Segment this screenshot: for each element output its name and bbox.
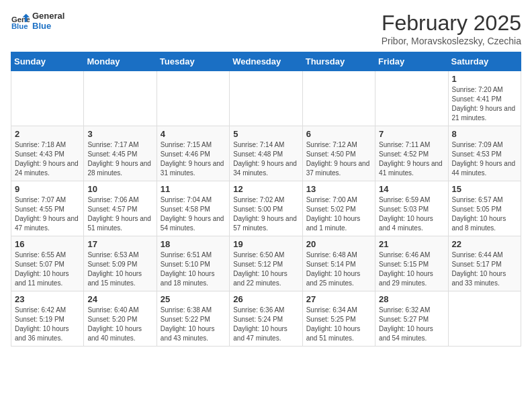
calendar-cell: 5Sunrise: 7:14 AM Sunset: 4:48 PM Daylig… xyxy=(230,126,302,181)
day-number: 19 xyxy=(233,239,298,249)
calendar-cell: 10Sunrise: 7:06 AM Sunset: 4:57 PM Dayli… xyxy=(84,181,157,236)
svg-text:Blue: Blue xyxy=(11,22,28,30)
calendar-cell: 23Sunrise: 6:42 AM Sunset: 5:19 PM Dayli… xyxy=(11,291,84,347)
day-header-tuesday: Tuesday xyxy=(157,52,229,71)
calendar-cell xyxy=(302,71,375,126)
calendar-cell: 22Sunrise: 6:44 AM Sunset: 5:17 PM Dayli… xyxy=(448,236,521,291)
day-number: 14 xyxy=(379,184,444,194)
day-info: Sunrise: 7:07 AM Sunset: 4:55 PM Dayligh… xyxy=(15,195,80,233)
calendar-cell xyxy=(157,71,229,126)
day-number: 17 xyxy=(87,239,152,249)
calendar-cell: 3Sunrise: 7:17 AM Sunset: 4:45 PM Daylig… xyxy=(84,126,157,181)
calendar-cell xyxy=(230,71,302,126)
calendar-cell: 9Sunrise: 7:07 AM Sunset: 4:55 PM Daylig… xyxy=(11,181,84,236)
calendar-cell: 26Sunrise: 6:36 AM Sunset: 5:24 PM Dayli… xyxy=(230,291,302,347)
day-number: 21 xyxy=(379,239,444,249)
calendar-header-row: SundayMondayTuesdayWednesdayThursdayFrid… xyxy=(11,52,521,71)
day-header-sunday: Sunday xyxy=(11,52,84,71)
day-info: Sunrise: 7:12 AM Sunset: 4:50 PM Dayligh… xyxy=(306,140,371,178)
day-number: 25 xyxy=(161,294,226,304)
calendar-cell: 16Sunrise: 6:55 AM Sunset: 5:07 PM Dayli… xyxy=(11,236,84,291)
day-header-wednesday: Wednesday xyxy=(230,52,302,71)
day-info: Sunrise: 7:15 AM Sunset: 4:46 PM Dayligh… xyxy=(161,140,226,178)
day-info: Sunrise: 6:38 AM Sunset: 5:22 PM Dayligh… xyxy=(161,306,226,343)
day-info: Sunrise: 6:44 AM Sunset: 5:17 PM Dayligh… xyxy=(452,250,517,288)
day-info: Sunrise: 7:09 AM Sunset: 4:53 PM Dayligh… xyxy=(452,140,517,178)
calendar-cell: 28Sunrise: 6:32 AM Sunset: 5:27 PM Dayli… xyxy=(375,291,448,347)
day-info: Sunrise: 6:50 AM Sunset: 5:12 PM Dayligh… xyxy=(233,250,298,288)
calendar-cell xyxy=(375,71,448,126)
day-header-monday: Monday xyxy=(84,52,157,71)
day-number: 15 xyxy=(452,184,517,194)
day-number: 11 xyxy=(161,184,226,194)
logo-text-blue: Blue xyxy=(32,21,64,31)
calendar-cell: 27Sunrise: 6:34 AM Sunset: 5:25 PM Dayli… xyxy=(302,291,375,347)
calendar-cell: 4Sunrise: 7:15 AM Sunset: 4:46 PM Daylig… xyxy=(157,126,229,181)
logo-text-general: General xyxy=(32,11,64,21)
calendar-cell: 25Sunrise: 6:38 AM Sunset: 5:22 PM Dayli… xyxy=(157,291,229,347)
calendar-cell: 6Sunrise: 7:12 AM Sunset: 4:50 PM Daylig… xyxy=(302,126,375,181)
day-info: Sunrise: 6:55 AM Sunset: 5:07 PM Dayligh… xyxy=(15,250,80,288)
day-info: Sunrise: 7:04 AM Sunset: 4:58 PM Dayligh… xyxy=(161,195,226,233)
calendar-week-4: 16Sunrise: 6:55 AM Sunset: 5:07 PM Dayli… xyxy=(11,236,521,291)
calendar-week-1: 1Sunrise: 7:20 AM Sunset: 4:41 PM Daylig… xyxy=(11,71,521,126)
day-header-thursday: Thursday xyxy=(302,52,375,71)
day-number: 10 xyxy=(87,184,152,194)
day-info: Sunrise: 6:48 AM Sunset: 5:14 PM Dayligh… xyxy=(306,250,371,288)
day-number: 6 xyxy=(306,129,371,139)
calendar-cell: 18Sunrise: 6:51 AM Sunset: 5:10 PM Dayli… xyxy=(157,236,229,291)
day-info: Sunrise: 7:14 AM Sunset: 4:48 PM Dayligh… xyxy=(233,140,298,178)
page-title: February 2025 xyxy=(382,11,521,36)
page-header: General Blue General Blue February 2025 … xyxy=(11,11,521,46)
calendar-cell: 11Sunrise: 7:04 AM Sunset: 4:58 PM Dayli… xyxy=(157,181,229,236)
day-number: 27 xyxy=(306,294,371,304)
day-number: 12 xyxy=(233,184,298,194)
calendar-cell: 24Sunrise: 6:40 AM Sunset: 5:20 PM Dayli… xyxy=(84,291,157,347)
day-info: Sunrise: 6:46 AM Sunset: 5:15 PM Dayligh… xyxy=(379,250,444,288)
day-header-saturday: Saturday xyxy=(448,52,521,71)
calendar-cell: 20Sunrise: 6:48 AM Sunset: 5:14 PM Dayli… xyxy=(302,236,375,291)
day-number: 22 xyxy=(452,239,517,249)
calendar-cell xyxy=(11,71,84,126)
calendar-cell: 7Sunrise: 7:11 AM Sunset: 4:52 PM Daylig… xyxy=(375,126,448,181)
day-info: Sunrise: 6:40 AM Sunset: 5:20 PM Dayligh… xyxy=(87,306,152,343)
day-number: 24 xyxy=(87,294,152,304)
day-number: 26 xyxy=(233,294,298,304)
calendar-table: SundayMondayTuesdayWednesdayThursdayFrid… xyxy=(11,52,521,347)
day-header-friday: Friday xyxy=(375,52,448,71)
calendar-cell: 13Sunrise: 7:00 AM Sunset: 5:02 PM Dayli… xyxy=(302,181,375,236)
calendar-cell: 17Sunrise: 6:53 AM Sunset: 5:09 PM Dayli… xyxy=(84,236,157,291)
title-block: February 2025 Pribor, Moravskoslezsky, C… xyxy=(382,11,521,46)
day-number: 13 xyxy=(306,184,371,194)
day-info: Sunrise: 7:06 AM Sunset: 4:57 PM Dayligh… xyxy=(87,195,152,233)
day-number: 4 xyxy=(161,129,226,139)
day-number: 18 xyxy=(161,239,226,249)
day-info: Sunrise: 6:34 AM Sunset: 5:25 PM Dayligh… xyxy=(306,306,371,343)
day-info: Sunrise: 6:59 AM Sunset: 5:03 PM Dayligh… xyxy=(379,195,444,233)
calendar-cell: 15Sunrise: 6:57 AM Sunset: 5:05 PM Dayli… xyxy=(448,181,521,236)
day-number: 20 xyxy=(306,239,371,249)
day-number: 2 xyxy=(15,129,80,139)
day-number: 8 xyxy=(452,129,517,139)
day-number: 16 xyxy=(15,239,80,249)
day-info: Sunrise: 6:32 AM Sunset: 5:27 PM Dayligh… xyxy=(379,306,444,343)
day-number: 7 xyxy=(379,129,444,139)
day-info: Sunrise: 7:02 AM Sunset: 5:00 PM Dayligh… xyxy=(233,195,298,233)
day-number: 5 xyxy=(233,129,298,139)
calendar-cell: 12Sunrise: 7:02 AM Sunset: 5:00 PM Dayli… xyxy=(230,181,302,236)
calendar-cell: 8Sunrise: 7:09 AM Sunset: 4:53 PM Daylig… xyxy=(448,126,521,181)
day-info: Sunrise: 6:53 AM Sunset: 5:09 PM Dayligh… xyxy=(87,250,152,288)
calendar-cell: 19Sunrise: 6:50 AM Sunset: 5:12 PM Dayli… xyxy=(230,236,302,291)
day-info: Sunrise: 6:57 AM Sunset: 5:05 PM Dayligh… xyxy=(452,195,517,233)
day-info: Sunrise: 6:51 AM Sunset: 5:10 PM Dayligh… xyxy=(161,250,226,288)
calendar-cell: 1Sunrise: 7:20 AM Sunset: 4:41 PM Daylig… xyxy=(448,71,521,126)
calendar-cell: 21Sunrise: 6:46 AM Sunset: 5:15 PM Dayli… xyxy=(375,236,448,291)
day-info: Sunrise: 7:20 AM Sunset: 4:41 PM Dayligh… xyxy=(452,85,517,123)
day-info: Sunrise: 6:36 AM Sunset: 5:24 PM Dayligh… xyxy=(233,306,298,343)
calendar-cell: 2Sunrise: 7:18 AM Sunset: 4:43 PM Daylig… xyxy=(11,126,84,181)
day-number: 1 xyxy=(452,74,517,84)
calendar-week-2: 2Sunrise: 7:18 AM Sunset: 4:43 PM Daylig… xyxy=(11,126,521,181)
day-number: 9 xyxy=(15,184,80,194)
day-info: Sunrise: 7:18 AM Sunset: 4:43 PM Dayligh… xyxy=(15,140,80,178)
day-info: Sunrise: 7:11 AM Sunset: 4:52 PM Dayligh… xyxy=(379,140,444,178)
